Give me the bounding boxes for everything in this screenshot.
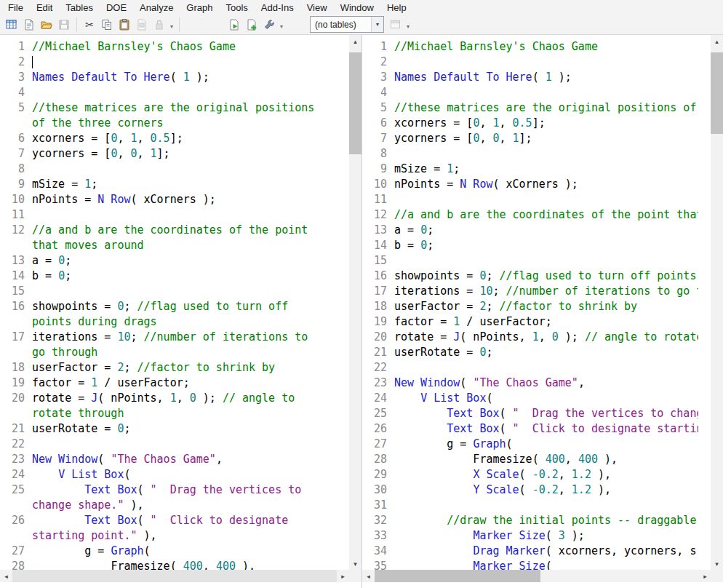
code-text[interactable]: Text Box( " Drag the vertices to change … <box>394 406 698 421</box>
save-icon[interactable] <box>55 16 73 33</box>
code-text[interactable]: V List Box( <box>32 467 323 482</box>
scroll-up-arrow[interactable]: ▴ <box>711 35 723 47</box>
code-text[interactable]: Names Default To Here( 1 ); <box>394 70 698 85</box>
code-text[interactable]: ycorners = [0, 0, 1]; <box>394 131 698 146</box>
scroll-right-arrow[interactable]: ▸ <box>337 570 349 582</box>
cut-icon[interactable]: ✂ <box>81 16 98 33</box>
tables-dropdown[interactable]: (no tables) ▾ <box>310 16 384 33</box>
code-text[interactable] <box>32 207 323 223</box>
code-text[interactable] <box>394 360 698 376</box>
journal-icon[interactable] <box>133 16 151 33</box>
code-text[interactable]: //Michael Barnsley's Chaos Game <box>32 39 323 55</box>
code-text[interactable] <box>32 437 323 452</box>
menu-help[interactable]: Help <box>380 1 413 15</box>
scrollbar-thumb[interactable] <box>711 52 723 134</box>
horizontal-scrollbar[interactable]: ◂ ▸ <box>362 570 711 582</box>
code-text[interactable] <box>394 192 698 207</box>
code-text[interactable]: xcorners = [0, 1, 0.5]; <box>394 116 698 131</box>
code-area[interactable]: 1//Michael Barnsley's Chaos Game23Names … <box>362 35 711 574</box>
code-text[interactable]: b = 0; <box>394 238 698 253</box>
scroll-up-arrow[interactable]: ▴ <box>349 35 362 47</box>
code-text[interactable]: userRotate = 0; <box>394 345 698 360</box>
code-text[interactable]: //these matrices are the original positi… <box>394 100 698 116</box>
code-text[interactable]: a = 0; <box>394 223 698 238</box>
code-text[interactable]: New Window( "The Chaos Game", <box>32 452 323 467</box>
code-text[interactable]: xcorners = [0, 1, 0.5]; <box>32 131 323 146</box>
toolbar-overflow-chevron[interactable]: ▾ <box>407 19 410 30</box>
paste-icon[interactable] <box>116 16 133 33</box>
code-text[interactable]: Drag Marker( xcorners, ycorners, s <box>394 544 698 559</box>
code-text[interactable]: //a and b are the coordinates of the poi… <box>394 207 698 223</box>
code-text[interactable]: factor = 1 / userFactor; <box>32 376 323 391</box>
code-text[interactable]: mSize = 1; <box>32 177 323 192</box>
code-text[interactable] <box>32 284 323 299</box>
scroll-down-arrow[interactable]: ▾ <box>349 557 362 570</box>
code-text[interactable]: Text Box( " Click to designate starting … <box>394 421 698 437</box>
code-text[interactable]: //a and b are the coordinates of the poi… <box>32 223 323 253</box>
chevron-down-icon[interactable]: ▾ <box>371 17 383 32</box>
code-text[interactable]: a = 0; <box>32 253 323 269</box>
code-text[interactable]: rotate = J( nPoints, 1, 0 ); // angle to… <box>32 391 323 421</box>
code-text[interactable]: userFactor = 2; //factor to shrink by <box>32 360 323 376</box>
code-text[interactable]: showpoints = 0; //flag used to turn off … <box>394 269 698 284</box>
code-text[interactable]: Marker Size( 3 ); <box>394 528 698 544</box>
code-text[interactable]: factor = 1 / userFactor; <box>394 314 698 330</box>
code-text[interactable] <box>32 85 323 100</box>
scroll-left-arrow[interactable]: ◂ <box>0 570 12 582</box>
code-text[interactable] <box>394 146 698 162</box>
code-text[interactable]: Y Scale( -0.2, 1.2 ), <box>394 482 698 498</box>
scroll-right-arrow[interactable]: ▸ <box>699 570 711 582</box>
window-list-icon[interactable] <box>387 16 404 33</box>
scrollbar-thumb[interactable] <box>375 570 540 582</box>
menu-edit[interactable]: Edit <box>30 1 59 15</box>
code-text[interactable]: rotate = J( nPoints, 1, 0 ); // angle to… <box>394 330 698 345</box>
code-text[interactable] <box>394 498 698 513</box>
menu-view[interactable]: View <box>300 1 334 15</box>
code-text[interactable]: mSize = 1; <box>394 162 698 177</box>
code-text[interactable]: showpoints = 0; //flag used to turn off … <box>32 299 323 330</box>
horizontal-scrollbar[interactable]: ◂ ▸ <box>0 570 349 582</box>
copy-icon[interactable] <box>98 16 116 33</box>
code-text[interactable]: X Scale( -0.2, 1.2 ), <box>394 467 698 482</box>
menu-tools[interactable]: Tools <box>220 1 255 15</box>
code-text[interactable]: New Window( "The Chaos Game", <box>394 376 698 391</box>
lock-icon[interactable] <box>151 16 168 33</box>
code-text[interactable]: iterations = 10; //number of iterations … <box>394 284 698 299</box>
scroll-down-arrow[interactable]: ▾ <box>711 557 723 570</box>
menu-add-ins[interactable]: Add-Ins <box>255 1 300 15</box>
code-text[interactable]: V List Box( <box>394 391 698 406</box>
scrollbar-thumb[interactable] <box>12 570 337 582</box>
scroll-left-arrow[interactable]: ◂ <box>362 570 375 582</box>
menu-window[interactable]: Window <box>334 1 380 15</box>
toolbar-overflow-chevron[interactable]: ▾ <box>170 19 173 30</box>
code-text[interactable]: Text Box( " Drag the vertices to change … <box>32 482 323 513</box>
menu-analyze[interactable]: Analyze <box>133 1 180 15</box>
code-text[interactable] <box>32 55 323 70</box>
code-text[interactable]: ycorners = [0, 0, 1]; <box>32 146 323 162</box>
code-text[interactable]: //Michael Barnsley's Chaos Game <box>394 39 698 55</box>
code-text[interactable]: Text Box( " Click to designate starting … <box>32 513 323 544</box>
scrollbar-thumb[interactable] <box>349 52 362 154</box>
new-data-table-icon[interactable] <box>3 16 20 33</box>
code-text[interactable]: userFactor = 2; //factor to shrink by <box>394 299 698 314</box>
code-text[interactable]: Names Default To Here( 1 ); <box>32 70 323 85</box>
vertical-scrollbar[interactable]: ▴ ▾ <box>349 35 362 570</box>
toolbar-overflow-chevron[interactable]: ▾ <box>280 19 283 30</box>
vertical-scrollbar[interactable]: ▴ ▾ <box>711 35 723 570</box>
menu-graph[interactable]: Graph <box>180 1 219 15</box>
tools-icon[interactable] <box>260 16 278 33</box>
code-text[interactable] <box>394 85 698 100</box>
new-journal-icon[interactable] <box>20 16 38 33</box>
open-icon[interactable] <box>38 16 55 33</box>
new-script-icon[interactable] <box>243 16 260 33</box>
code-text[interactable]: b = 0; <box>32 269 323 284</box>
code-text[interactable]: //these matrices are the original positi… <box>32 100 323 131</box>
code-text[interactable]: userRotate = 0; <box>32 421 323 437</box>
code-text[interactable]: iterations = 10; //number of iterations … <box>32 330 323 360</box>
menu-tables[interactable]: Tables <box>59 1 100 15</box>
code-text[interactable]: g = Graph( <box>32 544 323 559</box>
code-text[interactable]: Framesize( 400, 400 ), <box>394 452 698 467</box>
code-text[interactable]: nPoints = N Row( xCorners ); <box>394 177 698 192</box>
code-text[interactable]: nPoints = N Row( xCorners ); <box>32 192 323 207</box>
code-text[interactable]: g = Graph( <box>394 437 698 452</box>
